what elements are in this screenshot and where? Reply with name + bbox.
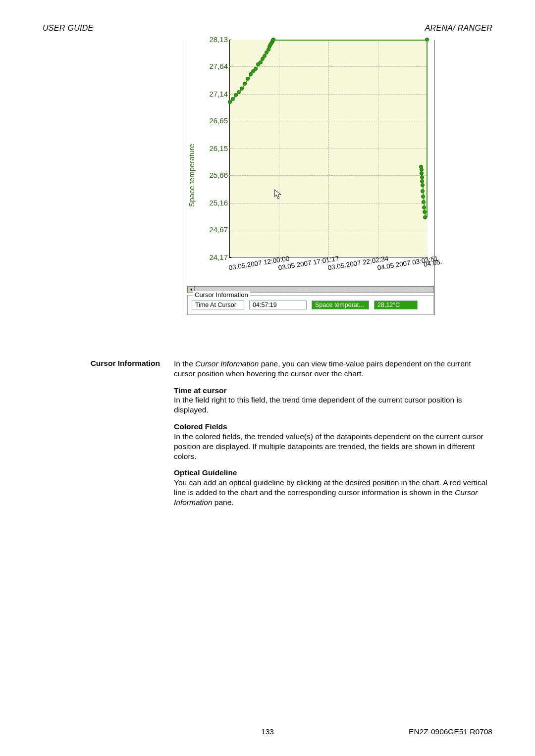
time-at-cursor-block: Time at cursor In the field right to thi…: [174, 386, 492, 415]
y-tick: 28,13: [201, 35, 228, 44]
y-tick: 25,16: [201, 199, 228, 207]
y-tick: 26,15: [201, 144, 228, 152]
chart-line: [427, 40, 428, 217]
cursor-information-panel: Cursor Information Time At Cursor 04:57:…: [187, 295, 434, 315]
chart-line: [423, 185, 424, 191]
y-tick: 24,67: [201, 225, 228, 234]
time-at-cursor-label: Time At Cursor: [192, 301, 244, 309]
mouse-cursor-icon: [274, 189, 283, 200]
page-footer: 133 EN2Z-0906GE51 R0708: [43, 727, 492, 736]
y-tick: 26,65: [201, 116, 228, 125]
y-tick: 27,14: [201, 90, 228, 98]
v-gridline: [328, 40, 329, 257]
page-number: 133: [43, 727, 492, 736]
optical-guideline-block: Optical Guideline You can add an optical…: [174, 468, 492, 507]
y-axis-label: Space temperature: [187, 144, 196, 207]
header-left: USER GUIDE: [43, 24, 94, 33]
y-tick: 24,17: [201, 253, 228, 261]
datapoint-label: Space temperat...: [312, 301, 369, 309]
chart-line: [273, 40, 427, 41]
chart-line: [422, 177, 423, 181]
intro-paragraph: In the Cursor Information pane, you can …: [174, 359, 492, 379]
y-tick: 25,66: [201, 171, 228, 179]
y-tick: 27,64: [201, 62, 228, 70]
datapoint-value: 28,12°C: [374, 301, 418, 309]
cursor-panel-legend: Cursor Information: [193, 291, 250, 299]
section-label: Cursor Information: [43, 359, 174, 368]
time-at-cursor-value: 04:57:19: [249, 301, 307, 309]
section-body: In the Cursor Information pane, you can …: [174, 359, 492, 514]
page-header: USER GUIDE ARENA/ RANGER: [43, 24, 492, 33]
chart-figure: Space temperature 28,1327,6427,1426,6526…: [186, 40, 434, 315]
header-right: ARENA/ RANGER: [425, 24, 492, 33]
v-gridline: [378, 40, 378, 257]
trend-chart[interactable]: Space temperature 28,1327,6427,1426,6526…: [187, 40, 433, 279]
v-gridline: [279, 40, 279, 257]
colored-fields-block: Colored Fields In the colored fields, th…: [174, 422, 492, 461]
chart-line: [422, 170, 423, 173]
